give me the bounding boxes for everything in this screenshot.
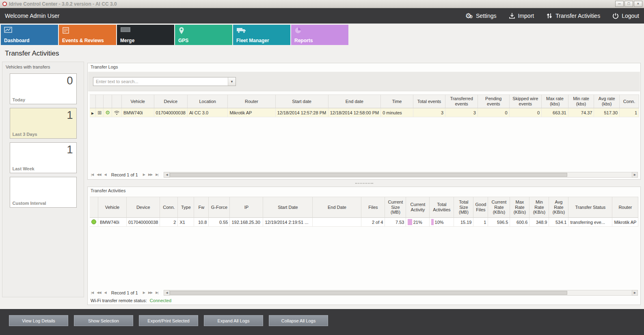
activities-horizontal-scrollbar[interactable]: ◀ ▶ [164, 290, 638, 296]
wifi-status-value: Connected [150, 298, 171, 303]
logs-header-end-date[interactable]: End date [328, 94, 381, 108]
logs-header-pending-events[interactable]: Pending events [478, 94, 510, 108]
logs-header-max-rate[interactable]: Max rate (kbs) [542, 94, 568, 108]
acts-header-fw[interactable]: Fw [194, 197, 209, 218]
filter-card-last-week[interactable]: 1 Last Week [10, 142, 77, 173]
logout-button[interactable]: Logout [612, 13, 639, 19]
last-record-icon[interactable]: ▶| [155, 173, 159, 176]
acts-header-total-size[interactable]: Total Size (MB) [454, 197, 473, 218]
act-end-date [313, 218, 361, 227]
reports-pie-icon [294, 27, 302, 34]
tab-events-reviews[interactable]: Events & Reviews [59, 25, 116, 45]
scroll-right-icon[interactable]: ▶ [632, 290, 638, 296]
scroll-right-icon[interactable]: ▶ [632, 172, 638, 178]
next-record-icon[interactable]: ▶ [142, 173, 146, 176]
acts-header-type[interactable]: Type [178, 197, 194, 218]
search-dropdown-icon[interactable]: ▼ [228, 77, 236, 86]
logs-header-vehicle[interactable]: Vehicle [122, 94, 154, 108]
filter-card-last-3-days[interactable]: 1 Last 3 Days [10, 108, 77, 139]
minimize-button[interactable]: ─ [615, 1, 624, 7]
filter-card-custom-interval[interactable]: Custom Interval [10, 177, 77, 208]
acts-header-device[interactable]: Device [127, 197, 160, 218]
acts-header-files[interactable]: Files [361, 197, 385, 218]
logs-header-total-events[interactable]: Total events [413, 94, 445, 108]
scroll-left-icon[interactable]: ◀ [164, 290, 170, 296]
tab-dashboard[interactable]: Dashboard [1, 25, 58, 45]
tab-merge[interactable]: Merge [117, 25, 174, 45]
logs-header-device[interactable]: Device [154, 94, 188, 108]
settings-button[interactable]: ⚙⚙ Settings [465, 13, 497, 19]
transfer-log-row[interactable]: ▶ ⊞ ⚙ BMW740i 017040000038 Al CC [90, 108, 639, 117]
prev-record-icon[interactable]: ◀ [104, 173, 107, 176]
prev-record-icon[interactable]: ◀ [104, 291, 107, 294]
logs-header-router[interactable]: Router [228, 94, 275, 108]
act-min-rate: 348.9 [529, 218, 549, 227]
scroll-left-icon[interactable]: ◀ [164, 172, 170, 178]
acts-header-ip[interactable]: IP [230, 197, 263, 218]
tab-gps[interactable]: GPS [175, 25, 232, 45]
next-record-icon[interactable]: ▶ [142, 291, 146, 294]
tab-events-reviews-label: Events & Reviews [62, 38, 104, 43]
acts-header-vehicle[interactable]: Vehicle [98, 197, 127, 218]
panel-splitter[interactable] [87, 181, 641, 185]
export-print-selected-button[interactable]: Export/Print Selected [139, 315, 198, 326]
acts-header-end-date[interactable]: End Date [313, 197, 361, 218]
logs-header-conn[interactable]: Conn. [620, 94, 639, 108]
filter-card-today[interactable]: 0 Today [10, 73, 77, 104]
prev-page-icon[interactable]: ◀◀ [96, 291, 102, 294]
acts-header-start-date[interactable]: Start Date [263, 197, 313, 218]
logs-header-time[interactable]: Time [381, 94, 413, 108]
next-page-icon[interactable]: ▶▶ [147, 173, 153, 176]
log-device: 017040000038 [154, 108, 188, 117]
import-button[interactable]: Import [509, 13, 534, 19]
acts-header-router[interactable]: Router [612, 197, 638, 218]
first-record-icon[interactable]: |◀ [90, 173, 94, 176]
acts-header-transfer-status[interactable]: Transfer Status [568, 197, 612, 218]
log-pending-events: 0 [478, 108, 510, 117]
expand-all-logs-button[interactable]: Expand All Logs [204, 315, 263, 326]
activities-scrollbar-thumb[interactable] [170, 291, 567, 295]
maximize-button[interactable]: □ [625, 1, 633, 7]
logs-scrollbar-thumb[interactable] [170, 173, 567, 177]
transfer-activities-button[interactable]: Transfer Activities [546, 13, 600, 19]
first-record-icon[interactable]: |◀ [90, 291, 94, 294]
logs-horizontal-scrollbar[interactable]: ◀ ▶ [164, 172, 638, 178]
expand-row-icon[interactable]: ⊞ [97, 110, 102, 116]
acts-header-min-rate[interactable]: Min Rate (KB/s) [529, 197, 549, 218]
acts-header-max-rate[interactable]: Max Rate (KB/s) [510, 197, 529, 218]
power-icon [612, 13, 619, 19]
show-selection-button[interactable]: Show Selection [74, 315, 133, 326]
view-log-details-button[interactable]: View Log Details [9, 315, 68, 326]
row-indicator-icon: ▶ [91, 112, 94, 115]
collapse-all-logs-button[interactable]: Collapse All Logs [269, 315, 328, 326]
acts-header-current-size[interactable]: Current Size (MB) [385, 197, 406, 218]
acts-header-current-activity[interactable]: Current Activity [406, 197, 430, 218]
logs-header-skipped-wire-events[interactable]: Skipped wire events [510, 94, 542, 108]
tab-reports[interactable]: Reports [291, 25, 348, 45]
acts-header-total-activities[interactable]: Total Activities [430, 197, 454, 218]
prev-page-icon[interactable]: ◀◀ [96, 173, 102, 176]
log-gear-icon[interactable]: ⚙ [105, 110, 110, 116]
fleet-truck-icon [236, 27, 247, 34]
progress-fill [408, 219, 412, 225]
logs-header-transferred-events[interactable]: Transferred events [445, 94, 478, 108]
transfer-activity-row[interactable]: BMW740i 017040000038 2 X1 10.8 0.55 192.… [90, 218, 638, 227]
close-button[interactable]: × [634, 1, 642, 7]
import-label: Import [518, 13, 534, 19]
acts-header-good-files[interactable]: Good Files [473, 197, 488, 218]
search-input[interactable] [93, 77, 228, 86]
logs-header-min-rate[interactable]: Min rate (kbs) [568, 94, 594, 108]
tab-fleet-manager[interactable]: Fleet Manager [233, 25, 290, 45]
activities-record-counter: Record 1 of 1 [111, 290, 138, 295]
acts-header-conn[interactable]: Conn. [160, 197, 178, 218]
acts-header-avg-rate[interactable]: Avg Rate (KB/s) [549, 197, 568, 218]
logs-header-start-date[interactable]: Start date [276, 94, 328, 108]
logs-header-location[interactable]: Location [188, 94, 228, 108]
acts-header-gforce[interactable]: G-Force [209, 197, 230, 218]
act-fw: 10.8 [194, 218, 209, 227]
next-page-icon[interactable]: ▶▶ [147, 291, 153, 294]
welcome-text: Welcome Admin User [5, 13, 59, 19]
acts-header-current-rate[interactable]: Current Rate (KB/s) [488, 197, 510, 218]
last-record-icon[interactable]: ▶| [155, 291, 159, 294]
logs-header-avg-rate[interactable]: Avg rate (kbs) [594, 94, 620, 108]
